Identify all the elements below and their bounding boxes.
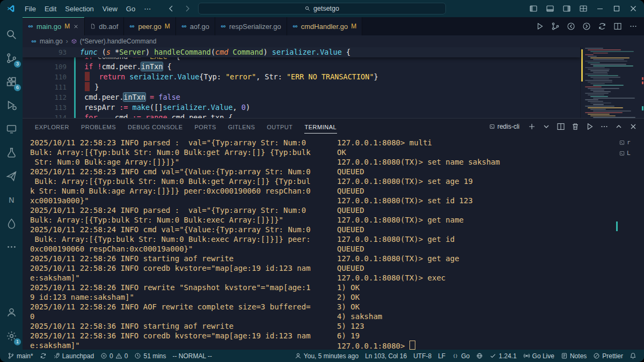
- editor-more-button[interactable]: [629, 22, 638, 31]
- line-number[interactable]: [23, 57, 74, 62]
- editor-tab-aof.go[interactable]: GOaof.go: [176, 17, 215, 35]
- toggle-sidebar-left-button[interactable]: [529, 4, 538, 13]
- nav-back-button[interactable]: [567, 22, 575, 31]
- terminal-pane-left[interactable]: 2025/10/11 22:58:23 INFO parsed : val="{…: [23, 135, 331, 350]
- problems-status[interactable]: 00: [97, 350, 131, 362]
- panel-tab-gitlens[interactable]: GITLENS: [228, 120, 256, 133]
- menu-edit[interactable]: Edit: [40, 5, 61, 13]
- command-center-search[interactable]: getsetgo: [198, 3, 446, 14]
- panel-tab-ports[interactable]: PORTS: [194, 120, 217, 133]
- editor-tab-main.go[interactable]: GOmain.goM: [23, 17, 85, 35]
- go-tools-status[interactable]: [473, 350, 486, 362]
- kill-terminal-button[interactable]: [571, 122, 580, 131]
- code-line[interactable]: 93func (s *Server) handleCommand(cmd Com…: [23, 47, 580, 57]
- code-line[interactable]: 110 return serializer.Value{Typ: "error"…: [23, 72, 580, 82]
- breadcrumb-symbol[interactable]: (*Server).handleCommand: [80, 38, 157, 45]
- panel-tab-problems[interactable]: PROBLEMS: [80, 120, 116, 133]
- nav-back-icon[interactable]: [167, 4, 175, 13]
- menu-selection[interactable]: Selection: [61, 5, 98, 13]
- sync-changes-button[interactable]: [36, 350, 50, 362]
- nav-forward-icon[interactable]: [183, 4, 192, 13]
- menu-[interactable]: ⋯: [140, 5, 155, 13]
- terminal-view[interactable]: 2025/10/11 22:58:23 INFO parsed : val="{…: [23, 135, 644, 350]
- search-icon[interactable]: [0, 23, 23, 46]
- eol-status[interactable]: LF: [435, 350, 449, 362]
- vim-mode-status[interactable]: -- NORMAL --: [169, 350, 215, 362]
- git-branch-status[interactable]: main*: [4, 350, 36, 362]
- line-number[interactable]: 109: [23, 62, 74, 72]
- toggle-sidebar-right-button[interactable]: [562, 4, 571, 13]
- editor-tab-respSerializer.go[interactable]: GOrespSerializer.go: [215, 17, 287, 35]
- panel-tab-output[interactable]: OUTPUT: [266, 120, 293, 133]
- line-number[interactable]: 110: [23, 72, 74, 82]
- close-panel-button[interactable]: [629, 122, 638, 131]
- editor-tab-peer.go[interactable]: GOpeer.goM: [124, 17, 175, 35]
- extensions-icon[interactable]: 6: [0, 70, 23, 93]
- line-number[interactable]: 93: [23, 47, 74, 57]
- code-line[interactable]: 111 }: [23, 82, 580, 92]
- go-version-status[interactable]: 1.24.1: [486, 350, 519, 362]
- code-line[interactable]: 112 cmd.peer.inTxn = false: [23, 92, 580, 102]
- ink-icon[interactable]: [0, 211, 23, 235]
- close-icon[interactable]: [73, 24, 79, 29]
- git-compare-button[interactable]: [551, 22, 560, 31]
- encoding-status[interactable]: UTF-8: [410, 350, 435, 362]
- panel-tab-terminal[interactable]: TERMINAL: [304, 120, 338, 134]
- code-editor[interactable]: 93func (s *Server) handleCommand(cmd Com…: [23, 47, 644, 118]
- panel-tab-explorer[interactable]: EXPLORER: [34, 120, 70, 133]
- sync-file-button[interactable]: [598, 22, 606, 31]
- terminal-prompt-row[interactable]: 127.0.0.1:8080>: [337, 341, 619, 350]
- maximize-panel-button[interactable]: [614, 122, 623, 131]
- terminal-pane-right[interactable]: 127.0.0.1:8080> multiOK127.0.0.1:8080(TX…: [331, 135, 619, 350]
- toggle-panel-button[interactable]: [546, 4, 554, 13]
- line-number[interactable]: 112: [23, 92, 74, 102]
- notes-button[interactable]: Notes: [558, 350, 590, 362]
- source-control-icon[interactable]: 3: [0, 46, 23, 70]
- cursor-position-status[interactable]: Ln 103, Col 16: [362, 350, 410, 362]
- run-task-button[interactable]: [586, 122, 594, 131]
- launchpad-status[interactable]: Launchpad: [50, 350, 97, 362]
- panel-tab-debug-console[interactable]: DEBUG CONSOLE: [127, 120, 183, 133]
- accounts-icon[interactable]: [0, 300, 23, 324]
- time-tracker-status[interactable]: 51 mins: [131, 350, 169, 362]
- notes-extension-icon[interactable]: N: [0, 188, 23, 211]
- menu-view[interactable]: View: [98, 5, 122, 13]
- menu-go[interactable]: Go: [122, 5, 140, 13]
- window-maximize-button[interactable]: [612, 4, 621, 13]
- remote-explorer-icon[interactable]: [0, 117, 23, 141]
- code-line[interactable]: 114 for _, cmd := range cmd.peer.txn {: [23, 113, 580, 118]
- terminal-scrollbar-thumb[interactable]: [616, 221, 618, 231]
- terminal-more-button[interactable]: [600, 122, 609, 131]
- go-live-button[interactable]: Go Live: [520, 350, 558, 362]
- code-area[interactable]: 93func (s *Server) handleCommand(cmd Com…: [23, 47, 580, 118]
- breadcrumb-file[interactable]: main.go: [40, 38, 63, 45]
- terminal-list-item[interactable]: r: [619, 139, 644, 146]
- new-terminal-button[interactable]: [528, 122, 536, 131]
- editor-tab-cmdHandler.go[interactable]: GOcmdHandler.goM: [287, 17, 362, 35]
- code-line[interactable]: 109 if !cmd.peer.inTxn {: [23, 62, 580, 72]
- nav-forward-button[interactable]: [582, 22, 591, 31]
- editor-tab-db.aof[interactable]: db.aof: [85, 17, 124, 35]
- gitlens-blame-status[interactable]: You, 5 minutes ago: [291, 350, 362, 362]
- line-number[interactable]: 114: [23, 113, 74, 118]
- customize-layout-button[interactable]: [579, 4, 588, 13]
- minimap[interactable]: [580, 47, 644, 118]
- window-close-button[interactable]: [629, 4, 638, 13]
- run-button[interactable]: [536, 22, 544, 31]
- breadcrumb[interactable]: GO main.go › (*Server).handleCommand: [23, 35, 644, 47]
- notifications-bell[interactable]: [626, 350, 640, 362]
- prettier-status[interactable]: Prettier: [590, 350, 626, 362]
- code-line[interactable]: 113 respArr := make([]serializer.Value, …: [23, 102, 580, 113]
- terminal-profile-chip[interactable]: redis-cli: [489, 123, 519, 130]
- share-icon[interactable]: [0, 164, 23, 188]
- terminal-profile-dropdown[interactable]: [542, 122, 551, 131]
- run-debug-icon[interactable]: [0, 93, 23, 117]
- menu-file[interactable]: File: [20, 5, 40, 13]
- split-terminal-button[interactable]: [557, 122, 565, 131]
- window-minimize-button[interactable]: [596, 4, 604, 13]
- line-number[interactable]: 113: [23, 102, 74, 113]
- testing-icon[interactable]: [0, 141, 23, 164]
- terminal-list-item[interactable]: L: [619, 150, 644, 157]
- code-line[interactable]: if command == "EXEC" {: [23, 57, 580, 62]
- settings-gear-icon[interactable]: 1: [0, 324, 23, 348]
